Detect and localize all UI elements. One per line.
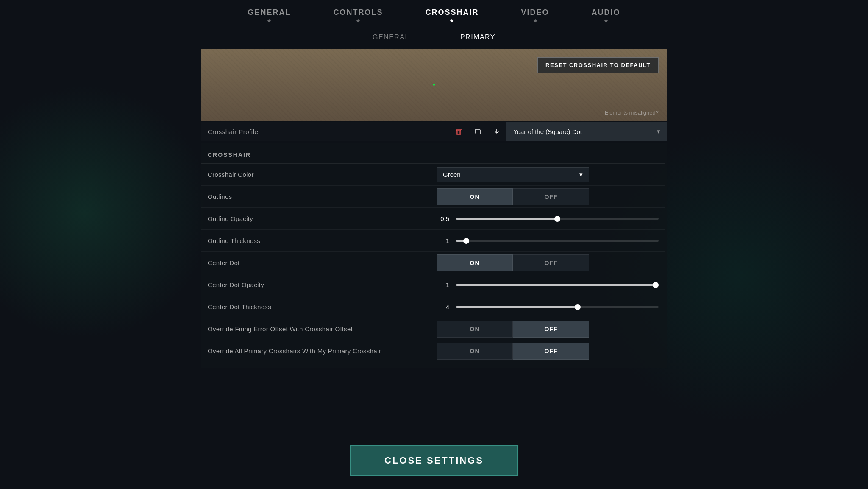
nav-dot-controls (356, 19, 360, 22)
center-dot-opacity-value: 1 (437, 281, 449, 288)
svg-rect-5 (476, 130, 480, 134)
setting-row-outlines: Outlines On Off (201, 186, 665, 208)
outline-opacity-fill (456, 218, 557, 220)
crosshair-preview-area: RESET CROSSHAIR TO DEFAULT Elements misa… (201, 49, 667, 121)
override-primary-on-button[interactable]: On (437, 343, 513, 360)
copy-profile-button[interactable] (468, 122, 487, 141)
nav-item-controls[interactable]: CONTROLS (312, 8, 404, 17)
profile-dropdown[interactable]: Year of the (Square) Dot ▾ (506, 122, 667, 141)
nav-dot-crosshair (450, 19, 453, 22)
center-dot-opacity-fill (456, 284, 659, 286)
top-navigation: GENERAL CONTROLS CROSSHAIR VIDEO AUDIO (0, 0, 868, 25)
setting-label-center-dot: Center Dot (208, 259, 437, 266)
settings-scroll-area[interactable]: CROSSHAIR Crosshair Color Green ▾ Outlin… (201, 143, 667, 368)
setting-row-outline-thickness: Outline Thickness 1 (201, 230, 665, 252)
sub-nav-general[interactable]: GENERAL (373, 34, 409, 41)
settings-panel: CROSSHAIR Crosshair Color Green ▾ Outlin… (201, 143, 667, 368)
sub-nav-primary[interactable]: PRIMARY (460, 34, 495, 41)
setting-row-center-dot-opacity: Center Dot Opacity 1 (201, 274, 665, 296)
crosshair-section-header: CROSSHAIR (201, 143, 665, 164)
setting-control-outlines: On Off (437, 188, 659, 205)
nav-dot-video (533, 19, 537, 22)
setting-row-center-dot-thickness: Center Dot Thickness 4 (201, 296, 665, 318)
dropdown-color-arrow: ▾ (579, 171, 583, 179)
nav-dot-audio (604, 19, 607, 22)
outline-thickness-slider-control: 1 (437, 237, 659, 244)
setting-label-override-all-primary: Override All Primary Crosshairs With My … (208, 347, 437, 355)
outline-opacity-thumb[interactable] (554, 216, 560, 222)
center-dot-thickness-slider-control: 4 (437, 303, 659, 310)
setting-row-crosshair-color: Crosshair Color Green ▾ (201, 164, 665, 186)
outlines-toggle-group: On Off (437, 188, 589, 205)
outline-thickness-value: 1 (437, 237, 449, 244)
setting-control-override-firing-error: On Off (437, 321, 659, 338)
override-firing-off-button[interactable]: Off (513, 321, 589, 338)
outlines-on-button[interactable]: On (437, 188, 513, 205)
setting-control-outline-opacity: 0.5 (437, 215, 659, 222)
profile-label: Crosshair Profile (201, 122, 449, 141)
dropdown-arrow-icon: ▾ (657, 128, 660, 135)
setting-control-center-dot-opacity: 1 (437, 281, 659, 288)
center-dot-thickness-value: 4 (437, 303, 449, 310)
profile-row: Crosshair Profile (201, 122, 667, 141)
nav-item-video[interactable]: VIDEO (500, 8, 570, 17)
center-dot-thickness-slider[interactable] (456, 306, 659, 308)
outline-opacity-slider-control: 0.5 (437, 215, 659, 222)
outlines-off-button[interactable]: Off (513, 188, 589, 205)
center-dot-off-button[interactable]: Off (513, 254, 589, 271)
setting-label-override-firing-error: Override Firing Error Offset With Crossh… (208, 325, 437, 333)
setting-label-outlines: Outlines (208, 193, 437, 200)
import-icon (493, 128, 501, 135)
outline-opacity-slider[interactable] (456, 218, 659, 220)
nav-item-general[interactable]: GENERAL (226, 8, 312, 17)
delete-profile-button[interactable] (449, 122, 468, 141)
override-firing-toggle-group: On Off (437, 321, 589, 338)
main-panel: RESET CROSSHAIR TO DEFAULT Elements misa… (201, 49, 667, 368)
setting-label-outline-opacity: Outline Opacity (208, 215, 437, 222)
center-dot-opacity-slider[interactable] (456, 284, 659, 286)
setting-row-override-firing-error: Override Firing Error Offset With Crossh… (201, 318, 665, 340)
outline-opacity-value: 0.5 (437, 215, 449, 222)
outline-thickness-slider[interactable] (456, 240, 659, 242)
nav-dot-general (267, 19, 271, 22)
override-firing-on-button[interactable]: On (437, 321, 513, 338)
nav-item-audio[interactable]: AUDIO (570, 8, 642, 17)
bg-decoration-left (0, 85, 212, 339)
center-dot-toggle-group: On Off (437, 254, 589, 271)
center-dot-thickness-thumb[interactable] (575, 304, 581, 310)
profile-actions (449, 122, 506, 141)
sub-navigation: GENERAL PRIMARY (0, 25, 868, 49)
copy-icon (474, 128, 481, 135)
crosshair-preview (432, 83, 436, 87)
misaligned-link[interactable]: Elements misaligned? (605, 109, 659, 116)
svg-rect-0 (456, 130, 461, 134)
center-dot-thickness-fill (456, 306, 578, 308)
setting-label-center-dot-opacity: Center Dot Opacity (208, 281, 437, 288)
trash-icon (455, 128, 462, 135)
nav-item-crosshair[interactable]: CROSSHAIR (404, 8, 500, 17)
setting-label-center-dot-thickness: Center Dot Thickness (208, 303, 437, 310)
crosshair-color-dropdown[interactable]: Green ▾ (437, 167, 589, 182)
setting-label-crosshair-color: Crosshair Color (208, 171, 437, 178)
outline-thickness-thumb[interactable] (463, 238, 469, 244)
import-profile-button[interactable] (487, 122, 506, 141)
setting-label-outline-thickness: Outline Thickness (208, 237, 437, 244)
setting-row-outline-opacity: Outline Opacity 0.5 (201, 208, 665, 230)
setting-control-override-all-primary: On Off (437, 343, 659, 360)
override-primary-toggle-group: On Off (437, 343, 589, 360)
crosshair-dot (433, 84, 435, 86)
center-dot-on-button[interactable]: On (437, 254, 513, 271)
setting-control-center-dot-thickness: 4 (437, 303, 659, 310)
center-dot-opacity-thumb[interactable] (653, 282, 659, 288)
setting-control-crosshair-color: Green ▾ (437, 167, 659, 182)
setting-control-center-dot: On Off (437, 254, 659, 271)
setting-control-outline-thickness: 1 (437, 237, 659, 244)
reset-crosshair-button[interactable]: RESET CROSSHAIR TO DEFAULT (537, 57, 659, 73)
inner-lines-section-header: INNER LINES (201, 362, 665, 368)
setting-row-override-all-primary: Override All Primary Crosshairs With My … (201, 340, 665, 362)
setting-row-center-dot: Center Dot On Off (201, 252, 665, 274)
center-dot-opacity-slider-control: 1 (437, 281, 659, 288)
override-primary-off-button[interactable]: Off (513, 343, 589, 360)
close-settings-button[interactable]: CLOSE SETTINGS (350, 445, 518, 476)
